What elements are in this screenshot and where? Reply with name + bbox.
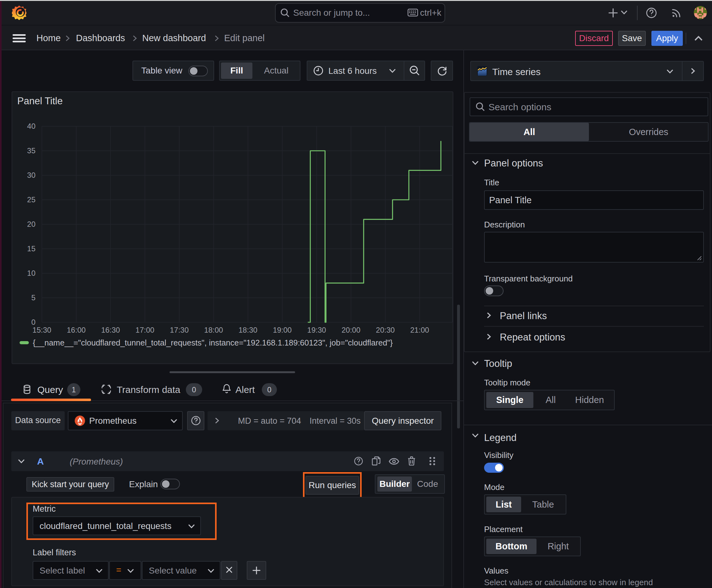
svg-text:19:30: 19:30 <box>307 326 326 334</box>
svg-text:20:30: 20:30 <box>376 326 395 334</box>
svg-text:17:00: 17:00 <box>135 326 154 334</box>
svg-text:25: 25 <box>27 195 36 204</box>
svg-text:20:00: 20:00 <box>342 326 360 334</box>
svg-text:30: 30 <box>27 171 36 180</box>
svg-text:5: 5 <box>31 293 35 302</box>
svg-text:17:30: 17:30 <box>170 326 189 334</box>
svg-text:35: 35 <box>27 146 36 155</box>
svg-text:10: 10 <box>27 269 36 277</box>
svg-text:21:00: 21:00 <box>410 326 429 334</box>
svg-text:20: 20 <box>27 220 36 228</box>
svg-text:40: 40 <box>27 122 36 130</box>
svg-text:15: 15 <box>27 244 36 253</box>
svg-text:{__name__="cloudflared_tunnel_: {__name__="cloudflared_tunnel_total_requ… <box>33 338 393 347</box>
svg-text:18:00: 18:00 <box>204 326 223 334</box>
svg-text:16:30: 16:30 <box>101 326 120 334</box>
svg-text:16:00: 16:00 <box>67 326 85 334</box>
svg-text:15:30: 15:30 <box>33 326 51 334</box>
svg-text:19:00: 19:00 <box>273 326 292 334</box>
svg-text:18:30: 18:30 <box>238 326 257 334</box>
svg-text:0: 0 <box>31 318 35 327</box>
